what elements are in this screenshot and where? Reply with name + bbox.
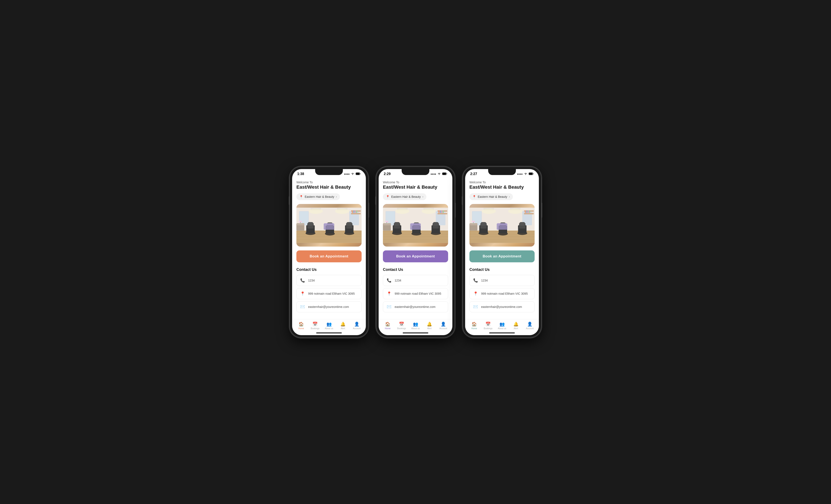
nav-icon-bookings: 📅	[485, 322, 491, 327]
email-icon-3: ✉️	[473, 304, 478, 309]
nav-item-about-us[interactable]: 👥 About us	[408, 322, 422, 330]
location-name-3: Eastern Hair & Beauty	[478, 195, 507, 199]
svg-rect-111	[529, 210, 530, 213]
location-pill-1[interactable]: 📍 Eastern Hair & Beauty ›	[296, 193, 340, 200]
svg-rect-109	[526, 210, 527, 213]
nav-item-account[interactable]: 👤 Account	[436, 322, 450, 330]
screen-content-2[interactable]: Welcome To East/West Hair & Beauty 📍 Eas…	[379, 177, 452, 319]
svg-rect-27	[308, 222, 313, 226]
location-icon-3: 📍	[472, 195, 476, 199]
nav-item-bookings[interactable]: 📅 Bookings	[395, 322, 408, 330]
nav-item-about-us[interactable]: 👥 About us	[322, 322, 336, 330]
email-contact-1[interactable]: ✉️ easternhair@youreontime.com	[296, 301, 362, 313]
nav-icon-home: 🏠	[298, 322, 304, 327]
bottom-nav-1: 🏠 Home 📅 Bookings 👥 About us 🔔 Alert 👤 A…	[292, 319, 366, 331]
nav-label-about us: About us	[411, 327, 420, 330]
nav-item-bookings[interactable]: 📅 Bookings	[308, 322, 322, 330]
salon-title-3: East/West Hair & Beauty	[469, 184, 535, 190]
nav-item-home[interactable]: 🏠 Home	[381, 322, 395, 330]
svg-rect-87	[411, 223, 421, 225]
nav-item-alert[interactable]: 🔔 Alert	[336, 322, 350, 330]
nav-label-alert: Alert	[427, 327, 432, 330]
screen-content-1[interactable]: Welcome To East/West Hair & Beauty 📍 Eas…	[292, 177, 366, 319]
phones-container: 1:38 ●●●●	[290, 167, 541, 338]
address-contact-1[interactable]: 📍 999 notmain road Eltham VIC 3095	[296, 288, 362, 299]
nav-label-bookings: Bookings	[311, 327, 319, 330]
nav-label-home: Home	[298, 327, 304, 330]
phone-icon-1: 📞	[300, 278, 305, 283]
phone-screen-1: 1:38 ●●●●	[292, 169, 366, 335]
nav-icon-about us: 👥	[326, 322, 332, 327]
email-contact-2[interactable]: ✉️ easternhair@youreontime.com	[383, 301, 448, 313]
salon-image-3	[469, 204, 535, 246]
location-pill-2[interactable]: 📍 Eastern Hair & Beauty ›	[383, 193, 426, 200]
nav-item-home[interactable]: 🏠 Home	[467, 322, 481, 330]
address-text-1: 999 notmain road Eltham VIC 3095	[308, 292, 355, 295]
email-text-3: easternhair@youreontime.com	[481, 305, 522, 308]
book-appointment-button-3[interactable]: Book an Appointment	[469, 250, 535, 262]
address-contact-3[interactable]: 📍 999 notmain road Eltham VIC 3095	[469, 288, 535, 299]
nav-item-account[interactable]: 👤 Account	[523, 322, 537, 330]
address-text-2: 999 notmain road Eltham VIC 3095	[395, 292, 441, 295]
svg-rect-129	[473, 222, 474, 224]
status-icons-3: ●●●●	[517, 172, 534, 176]
screen-content-3[interactable]: Welcome To East/West Hair & Beauty 📍 Eas…	[465, 177, 539, 319]
home-bar-3	[489, 332, 515, 333]
phone-1: 1:38 ●●●●	[290, 167, 368, 338]
home-indicator-2	[379, 331, 452, 335]
address-contact-2[interactable]: 📍 999 notmain road Eltham VIC 3095	[383, 288, 448, 299]
phone-number-1: 1234	[308, 279, 315, 282]
svg-rect-22	[355, 210, 356, 213]
nav-item-alert[interactable]: 🔔 Alert	[423, 322, 436, 330]
nav-label-account: Account	[439, 327, 447, 330]
svg-point-57	[395, 208, 409, 214]
nav-item-alert[interactable]: 🔔 Alert	[509, 322, 523, 330]
svg-rect-43	[324, 223, 334, 225]
phone-icon-2: 📞	[386, 278, 392, 283]
svg-point-88	[525, 174, 526, 175]
book-appointment-button-2[interactable]: Book an Appointment	[383, 250, 448, 262]
contact-title-2: Contact Us	[383, 267, 448, 272]
signal-icon-3: ●●●●	[517, 173, 523, 175]
location-chevron-2: ›	[423, 195, 423, 198]
svg-rect-108	[525, 210, 526, 213]
email-text-1: easternhair@youreontime.com	[308, 305, 349, 308]
nav-icon-account: 👤	[441, 322, 446, 327]
nav-item-account[interactable]: 👤 Account	[350, 322, 364, 330]
svg-rect-41	[300, 222, 300, 224]
nav-icon-home: 🏠	[471, 322, 477, 327]
welcome-label-1: Welcome To	[296, 181, 362, 184]
book-appointment-button-1[interactable]: Book an Appointment	[296, 250, 362, 262]
phone-contact-3[interactable]: 📞 1234	[469, 275, 535, 286]
svg-rect-63	[437, 213, 447, 214]
contact-title-3: Contact Us	[469, 267, 535, 272]
home-bar-2	[403, 332, 428, 333]
bottom-nav-2: 🏠 Home 📅 Bookings 👥 About us 🔔 Alert 👤 A…	[379, 319, 452, 331]
home-indicator-1	[292, 331, 366, 335]
nav-item-about-us[interactable]: 👥 About us	[495, 322, 509, 330]
phone-screen-2: 2:29 ●●●●	[379, 169, 452, 335]
nav-icon-about us: 👥	[499, 322, 505, 327]
nav-item-bookings[interactable]: 📅 Bookings	[481, 322, 495, 330]
salon-image-1	[296, 204, 362, 246]
svg-rect-91	[529, 173, 533, 175]
nav-item-home[interactable]: 🏠 Home	[294, 322, 308, 330]
email-contact-3[interactable]: ✉️ easternhair@youreontime.com	[469, 301, 535, 313]
status-icons-2: ●●●●	[430, 172, 447, 176]
phone-screen-3: 2:27 ●●●●	[465, 169, 539, 335]
location-name-1: Eastern Hair & Beauty	[305, 195, 334, 199]
salon-image-2	[383, 204, 448, 246]
nav-label-account: Account	[353, 327, 361, 330]
location-pill-3[interactable]: 📍 Eastern Hair & Beauty ›	[469, 193, 513, 200]
nav-icon-bookings: 📅	[312, 322, 318, 327]
svg-rect-65	[440, 210, 441, 213]
phone-frame-1: 1:38 ●●●●	[290, 167, 368, 338]
phone-contact-1[interactable]: 📞 1234	[296, 275, 362, 286]
location-name-2: Eastern Hair & Beauty	[391, 195, 421, 199]
email-text-2: easternhair@youreontime.com	[395, 305, 435, 308]
svg-rect-90	[533, 173, 534, 174]
phone-contact-2[interactable]: 📞 1234	[383, 275, 448, 286]
nav-icon-home: 🏠	[385, 322, 390, 327]
svg-rect-110	[528, 210, 529, 213]
location-icon-2: 📍	[386, 195, 390, 199]
